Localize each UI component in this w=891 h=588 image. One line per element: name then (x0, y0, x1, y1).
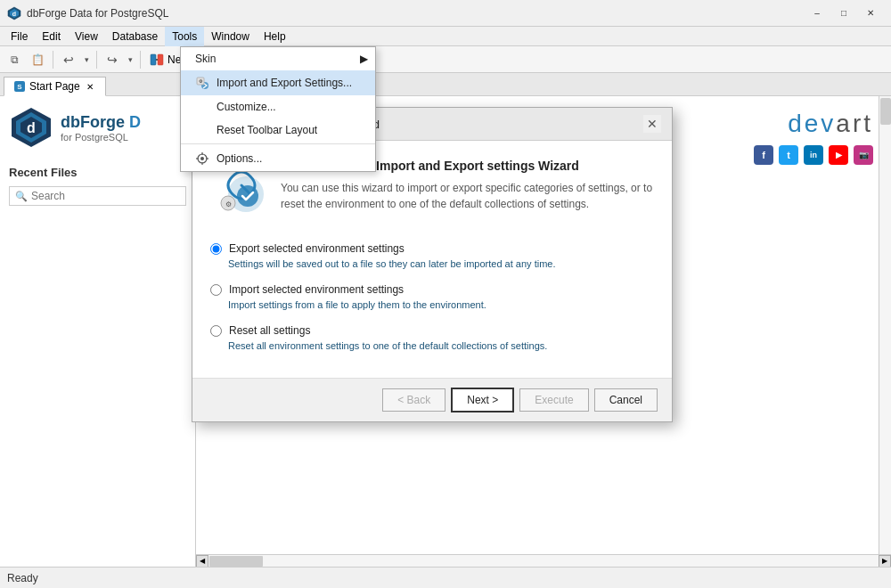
linkedin-icon[interactable]: in (804, 145, 823, 165)
start-page-icon: S (13, 80, 26, 93)
svg-text:⚙: ⚙ (225, 200, 232, 208)
cancel-button[interactable]: Cancel (594, 388, 658, 412)
dropdown-item-import-export[interactable]: ⚙ Import and Export Settings... (181, 70, 375, 95)
toolbar-undo-btn[interactable]: ↩ (58, 49, 79, 70)
vertical-scrollbar[interactable] (879, 96, 891, 567)
sidebar-app-name: dbForge D (61, 113, 141, 132)
toolbar-sep2 (96, 51, 97, 69)
menu-window[interactable]: Window (204, 27, 257, 46)
radio-reset-input[interactable] (210, 325, 222, 337)
menu-help[interactable]: Help (257, 27, 293, 46)
radio-import-label[interactable]: Import selected environment settings (210, 283, 654, 296)
twitter-icon[interactable]: t (779, 145, 798, 165)
maximize-button[interactable]: □ (830, 4, 857, 22)
title-bar-left: d dbForge Data for PostgreSQL (7, 6, 168, 20)
reset-toolbar-label: Reset Toolbar Layout (217, 124, 317, 136)
radio-import-text: Import selected environment settings (229, 283, 404, 296)
options-label: Options... (217, 152, 262, 165)
execute-button[interactable]: Execute (519, 388, 588, 412)
toolbar-copy-btn[interactable]: ⧉ (4, 49, 25, 70)
dialog-footer: < Back Next > Execute Cancel (192, 378, 672, 421)
search-icon: 🔍 (15, 191, 28, 202)
sidebar: d dbForge D for PostgreSQL Recent Files … (0, 96, 196, 567)
svg-point-25 (237, 185, 258, 207)
menu-bar: File Edit View Database Tools Window Hel… (0, 27, 891, 46)
window-title: dbForge Data for PostgreSQL (27, 7, 168, 20)
dropdown-item-reset-toolbar[interactable]: Reset Toolbar Layout (181, 118, 375, 142)
dialog-intro-text: You can use this wizard to import or exp… (281, 180, 654, 212)
h-scroll-left-btn[interactable]: ◀ (196, 555, 208, 568)
h-scroll-thumb[interactable] (209, 556, 263, 567)
svg-text:S: S (17, 83, 22, 91)
menu-database[interactable]: Database (105, 27, 165, 46)
radio-group: Export selected environment settings Set… (210, 233, 654, 360)
radio-option-import: Import selected environment settings Imp… (210, 283, 654, 310)
radio-reset-desc: Reset all environment settings to one of… (228, 340, 654, 351)
toolbar-redo-btn[interactable]: ↪ (102, 49, 123, 70)
dropdown-item-options[interactable]: Options... (181, 146, 375, 171)
menu-view[interactable]: View (68, 27, 105, 46)
svg-rect-3 (151, 54, 156, 65)
dialog-body: ⚙ Welcome to the Import and Export setti… (192, 141, 672, 378)
tab-bar: S Start Page ✕ (0, 73, 891, 96)
facebook-icon[interactable]: f (754, 145, 773, 165)
scroll-thumb[interactable] (880, 98, 891, 125)
radio-export-text: Export selected environment settings (229, 242, 405, 255)
minimize-button[interactable]: – (804, 4, 830, 22)
menu-edit[interactable]: Edit (35, 27, 68, 46)
horizontal-scrollbar[interactable]: ◀ ▶ (196, 554, 891, 567)
title-bar-controls: – □ ✕ (804, 4, 884, 22)
toolbar-redo-dropdown[interactable]: ▾ (125, 49, 135, 70)
next-button[interactable]: Next > (451, 388, 514, 412)
toolbar-sep1 (53, 51, 53, 69)
dropdown-item-customize[interactable]: Customize... (181, 95, 375, 118)
sidebar-header: d dbForge D for PostgreSQL (0, 96, 195, 159)
social-icons: f t in ▶ 📷 (754, 145, 873, 165)
tab-start-page[interactable]: S Start Page ✕ (4, 77, 106, 96)
toolbar-undo-dropdown[interactable]: ▾ (81, 49, 92, 70)
instagram-icon[interactable]: 📷 (854, 145, 873, 165)
toolbar-sep3 (140, 51, 141, 69)
sidebar-app-subtitle: for PostgreSQL (61, 132, 141, 143)
svg-text:d: d (12, 11, 16, 17)
import-export-label: Import and Export Settings... (217, 77, 352, 89)
skin-label: Skin (195, 53, 216, 65)
svg-point-19 (200, 157, 204, 160)
toolbar-paste-btn[interactable]: 📋 (27, 49, 48, 70)
customize-label: Customize... (217, 101, 276, 113)
svg-rect-4 (158, 54, 163, 65)
radio-reset-label[interactable]: Reset all settings (210, 324, 654, 337)
sidebar-search-box[interactable]: 🔍 (9, 186, 186, 206)
radio-import-input[interactable] (210, 284, 222, 296)
tab-close-btn[interactable]: ✕ (84, 80, 96, 93)
app-icon: d (7, 6, 21, 20)
h-scroll-track[interactable] (208, 555, 879, 568)
skin-submenu-arrow: ▶ (360, 53, 368, 65)
radio-reset-text: Reset all settings (229, 324, 310, 337)
options-icon (195, 151, 209, 166)
youtube-icon[interactable]: ▶ (829, 145, 848, 165)
radio-export-input[interactable] (210, 243, 222, 255)
h-scroll-right-btn[interactable]: ▶ (879, 555, 891, 568)
svg-text:d: d (27, 120, 36, 135)
radio-import-desc: Import settings from a file to apply the… (228, 299, 654, 310)
title-bar: d dbForge Data for PostgreSQL – □ ✕ (0, 0, 891, 27)
search-input[interactable] (31, 190, 180, 202)
back-button[interactable]: < Back (382, 388, 446, 412)
tools-dropdown-menu: Skin ▶ ⚙ Import and Export Settings... C… (180, 46, 376, 172)
radio-option-export: Export selected environment settings Set… (210, 242, 654, 269)
dialog-close-btn[interactable]: ✕ (643, 115, 661, 133)
menu-tools[interactable]: Tools (165, 27, 204, 46)
sidebar-app-info: dbForge D for PostgreSQL (61, 113, 141, 143)
toolbar: ⧉ 📋 ↩ ▾ ↪ ▾ New Data Comparison... ▾ (0, 46, 891, 73)
menu-file[interactable]: File (4, 27, 35, 46)
sidebar-recent-label: Recent Files (0, 159, 195, 186)
dropdown-item-skin[interactable]: Skin ▶ (181, 47, 375, 70)
radio-option-reset: Reset all settings Reset all environment… (210, 324, 654, 351)
radio-export-label[interactable]: Export selected environment settings (210, 242, 654, 255)
window-close-button[interactable]: ✕ (857, 4, 884, 22)
dropdown-sep (181, 143, 375, 144)
dbforge-logo: d (9, 105, 53, 150)
status-text: Ready (7, 572, 38, 584)
tab-start-page-label: Start Page (29, 80, 80, 93)
